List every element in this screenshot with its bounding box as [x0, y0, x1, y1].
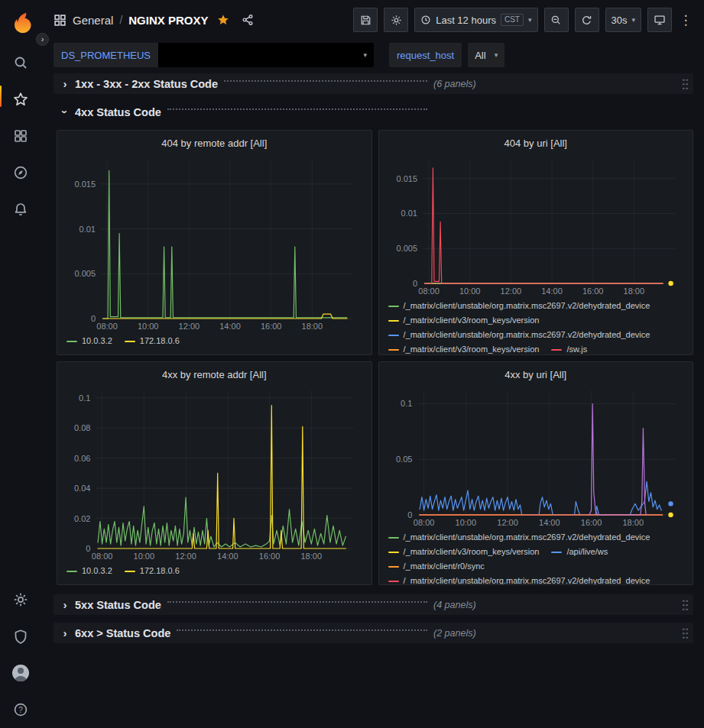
panel-legend: 10.0.3.2172.18.0.6 — [67, 562, 362, 578]
variable-value-request-host[interactable]: All ▾ — [468, 43, 504, 67]
legend-swatch — [388, 306, 399, 307]
sidebar-item-alerting[interactable] — [0, 191, 41, 228]
legend-item[interactable]: 172.18.0.6 — [125, 564, 180, 578]
legend-label: /_matrix/client/unstable/org.matrix.msc2… — [404, 299, 650, 313]
sidebar-item-search[interactable] — [0, 44, 41, 81]
svg-text:?: ? — [18, 706, 23, 714]
row-4xx[interactable]: › 4xx Status Code — [54, 102, 693, 122]
row-drag-handle[interactable] — [682, 78, 689, 90]
dashboard-grid-icon — [54, 14, 67, 27]
sidebar-item-starred[interactable] — [0, 81, 41, 118]
chart-canvas: 00.020.040.060.080.108:0010:0012:0014:00… — [67, 383, 362, 562]
legend-item[interactable]: 10.0.3.2 — [67, 564, 112, 578]
star-filled-icon — [217, 14, 229, 26]
breadcrumb: General / NGINX PROXY — [54, 14, 254, 27]
svg-text:14:00: 14:00 — [217, 552, 238, 561]
time-range-picker[interactable]: Last 12 hours CST ▾ — [414, 8, 537, 32]
legend-item[interactable]: /_matrix/client/unstable/org.matrix.msc2… — [388, 574, 650, 585]
svg-text:18:00: 18:00 — [301, 552, 323, 561]
page-title[interactable]: NGINX PROXY — [128, 14, 208, 27]
legend-item[interactable]: /_matrix/client/v3/room_keys/version — [388, 545, 540, 559]
row-6xx[interactable]: › 6xx > Status Code (2 panels) — [54, 623, 693, 643]
legend-item[interactable]: /api/live/ws — [551, 545, 608, 559]
legend-swatch — [388, 566, 399, 568]
panel-404-by-uri: 404 by uri [All] 00.0050.010.01508:0010:… — [378, 130, 694, 355]
row-1xx-3xx-2xx[interactable]: › 1xx - 3xx - 2xx Status Code (6 panels) — [54, 73, 693, 94]
tv-mode-button[interactable] — [647, 8, 672, 32]
sidebar-expand-button[interactable]: › — [36, 33, 49, 46]
sidebar-item-explore[interactable] — [0, 154, 41, 191]
more-options-button[interactable]: ⋮ — [678, 8, 693, 32]
timeseries-chart[interactable]: 00.050.108:0010:0012:0014:0016:0018:00 — [388, 383, 684, 529]
row-header: › 5xx Status Code — [54, 598, 433, 611]
svg-text:0.04: 0.04 — [74, 484, 90, 493]
save-dashboard-button[interactable] — [353, 8, 378, 32]
row-header: › 1xx - 3xx - 2xx Status Code — [54, 77, 433, 90]
refresh-interval-label: 30s — [612, 15, 628, 26]
row-drag-handle[interactable] — [682, 627, 689, 639]
bell-icon — [13, 202, 28, 217]
svg-text:16:00: 16:00 — [580, 518, 602, 527]
row-title: 5xx Status Code — [75, 599, 161, 611]
shield-icon — [13, 629, 28, 644]
legend-swatch — [388, 552, 399, 553]
legend-item[interactable]: /_matrix/client/unstable/org.matrix.msc2… — [388, 530, 650, 545]
legend-label: 10.0.3.2 — [82, 564, 112, 578]
svg-text:0: 0 — [91, 314, 96, 323]
svg-text:0.06: 0.06 — [74, 454, 90, 463]
panel-title[interactable]: 4xx by remote addr [All] — [67, 367, 362, 383]
refresh-interval-picker[interactable]: 30s ▾ — [605, 8, 642, 32]
legend-item[interactable]: /_matrix/client/r0/sync — [388, 559, 485, 574]
row-dotted-leader — [167, 601, 427, 603]
panel-title[interactable]: 404 by remote addr [All] — [67, 135, 362, 152]
sidebar-item-server-admin[interactable] — [0, 618, 41, 655]
legend-item[interactable]: 10.0.3.2 — [67, 334, 112, 348]
panel-title[interactable]: 404 by uri [All] — [388, 135, 684, 152]
row-dotted-leader — [224, 80, 427, 82]
active-section-indicator — [0, 86, 2, 107]
breadcrumb-folder[interactable]: General — [73, 14, 113, 27]
svg-text:12:00: 12:00 — [175, 552, 196, 561]
sidebar-item-configuration[interactable] — [0, 581, 41, 618]
legend-item[interactable]: /_matrix/client/unstable/org.matrix.msc2… — [388, 328, 650, 342]
timeseries-chart[interactable]: 00.0050.010.01508:0010:0012:0014:0016:00… — [67, 152, 362, 332]
timeseries-chart[interactable]: 00.0050.010.01508:0010:0012:0014:0016:00… — [388, 152, 684, 297]
legend-item[interactable]: /_matrix/client/unstable/org.matrix.msc2… — [388, 299, 650, 313]
legend-swatch — [551, 552, 562, 553]
help-icon: ? — [13, 702, 28, 717]
svg-text:16:00: 16:00 — [261, 322, 282, 331]
row-5xx[interactable]: › 5xx Status Code (4 panels) — [54, 594, 693, 615]
panel-4xx-by-remote-addr: 4xx by remote addr [All] 00.020.040.060.… — [57, 361, 372, 585]
svg-text:10:00: 10:00 — [134, 552, 155, 561]
legend-swatch — [67, 341, 77, 342]
dashboard-settings-button[interactable] — [384, 8, 408, 32]
favorite-star-button[interactable] — [217, 14, 229, 26]
legend-item[interactable]: 172.18.0.6 — [125, 334, 180, 348]
legend-item[interactable]: /_matrix/client/v3/room_keys/version — [388, 313, 540, 328]
svg-text:14:00: 14:00 — [219, 322, 241, 331]
zoom-out-time-button[interactable] — [544, 8, 569, 32]
legend-swatch — [125, 571, 135, 572]
sidebar-item-help[interactable]: ? — [0, 691, 41, 728]
legend-item[interactable]: /_matrix/client/v3/room_keys/version — [388, 342, 540, 355]
sidebar-item-profile[interactable] — [0, 655, 41, 691]
variable-value-ds[interactable]: ▾ — [158, 43, 374, 67]
timeseries-chart[interactable]: 00.020.040.060.080.108:0010:0012:0014:00… — [67, 383, 362, 562]
caret-down-icon: ▾ — [364, 52, 368, 59]
dashboard-header: General / NGINX PROXY — [41, 0, 704, 40]
legend-label: /sw.js — [566, 342, 587, 355]
variable-label-ds: DS_PROMETHEUS — [54, 43, 158, 67]
svg-text:0.1: 0.1 — [79, 393, 90, 403]
panel-title[interactable]: 4xx by uri [All] — [388, 367, 684, 383]
legend-item[interactable]: /sw.js — [551, 342, 587, 355]
row-title: 6xx > Status Code — [75, 627, 170, 639]
search-icon — [13, 55, 28, 70]
row-drag-handle[interactable] — [682, 599, 689, 611]
refresh-button[interactable] — [575, 8, 599, 32]
svg-text:10:00: 10:00 — [138, 322, 159, 331]
sidebar-item-dashboards[interactable] — [0, 118, 41, 154]
grafana-logo[interactable] — [0, 0, 41, 44]
share-dashboard-button[interactable] — [242, 14, 254, 26]
svg-text:08:00: 08:00 — [92, 552, 113, 561]
chart-canvas: 00.0050.010.01508:0010:0012:0014:0016:00… — [67, 152, 362, 332]
